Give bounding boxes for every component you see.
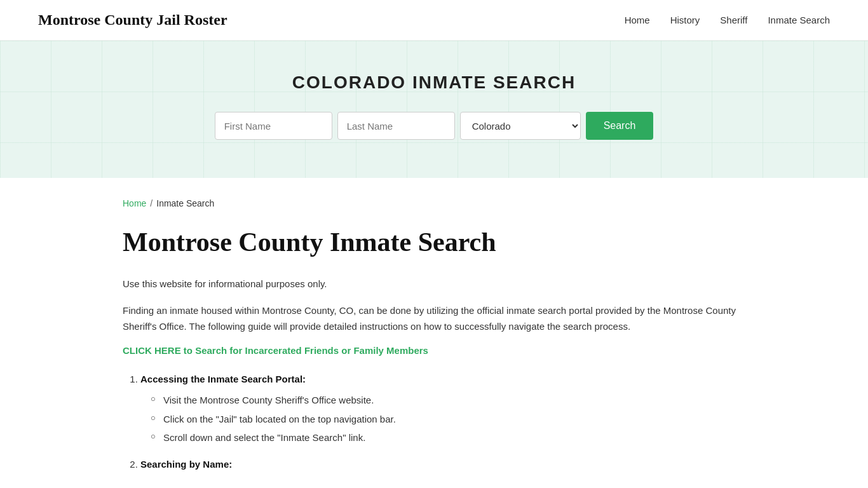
site-title: Montrose County Jail Roster: [38, 11, 227, 29]
instruction-heading-2: Searching by Name:: [140, 459, 232, 470]
nav-link-history[interactable]: History: [670, 15, 700, 25]
breadcrumb: Home / Inmate Search: [123, 198, 745, 208]
last-name-input[interactable]: [337, 112, 455, 140]
intro-paragraph-1: Use this website for informational purpo…: [123, 276, 745, 292]
breadcrumb-separator: /: [150, 198, 153, 208]
sub-list-item-1: Visit the Montrose County Sheriff's Offi…: [151, 392, 745, 409]
nav-item-inmate-search[interactable]: Inmate Search: [768, 15, 830, 26]
nav-item-sheriff[interactable]: Sheriff: [720, 15, 747, 26]
nav-link-inmate-search[interactable]: Inmate Search: [768, 15, 830, 25]
instruction-item-2: Searching by Name:: [140, 456, 745, 473]
first-name-input[interactable]: [215, 112, 332, 140]
nav-item-history[interactable]: History: [670, 15, 700, 26]
nav-link-home[interactable]: Home: [625, 15, 650, 25]
page-heading: Montrose County Inmate Search: [123, 226, 745, 258]
search-form: Colorado Alabama Alaska Arizona Arkansas…: [13, 112, 855, 140]
sub-list-item-3: Scroll down and select the "Inmate Searc…: [151, 430, 745, 446]
breadcrumb-current: Inmate Search: [156, 198, 214, 208]
nav-links: Home History Sheriff Inmate Search: [625, 15, 830, 26]
nav-item-home[interactable]: Home: [625, 15, 650, 26]
instruction-sub-list-1: Visit the Montrose County Sheriff's Offi…: [140, 392, 745, 446]
instruction-heading-1: Accessing the Inmate Search Portal:: [140, 374, 306, 384]
breadcrumb-home-link[interactable]: Home: [123, 198, 146, 208]
main-content: Home / Inmate Search Montrose County Inm…: [85, 178, 783, 488]
cta-link[interactable]: CLICK HERE to Search for Incarcerated Fr…: [123, 345, 745, 356]
state-select[interactable]: Colorado Alabama Alaska Arizona Arkansas…: [460, 112, 581, 140]
site-header: Montrose County Jail Roster Home History…: [0, 0, 868, 41]
instructions-list: Accessing the Inmate Search Portal: Visi…: [123, 371, 745, 473]
instruction-item-1: Accessing the Inmate Search Portal: Visi…: [140, 371, 745, 446]
hero-title: COLORADO INMATE SEARCH: [13, 72, 855, 93]
hero-banner: COLORADO INMATE SEARCH Colorado Alabama …: [0, 41, 868, 178]
search-button[interactable]: Search: [586, 112, 654, 140]
intro-paragraph-2: Finding an inmate housed within Montrose…: [123, 302, 745, 335]
main-nav: Home History Sheriff Inmate Search: [625, 15, 830, 26]
nav-link-sheriff[interactable]: Sheriff: [720, 15, 747, 25]
sub-list-item-2: Click on the "Jail" tab located on the t…: [151, 411, 745, 428]
